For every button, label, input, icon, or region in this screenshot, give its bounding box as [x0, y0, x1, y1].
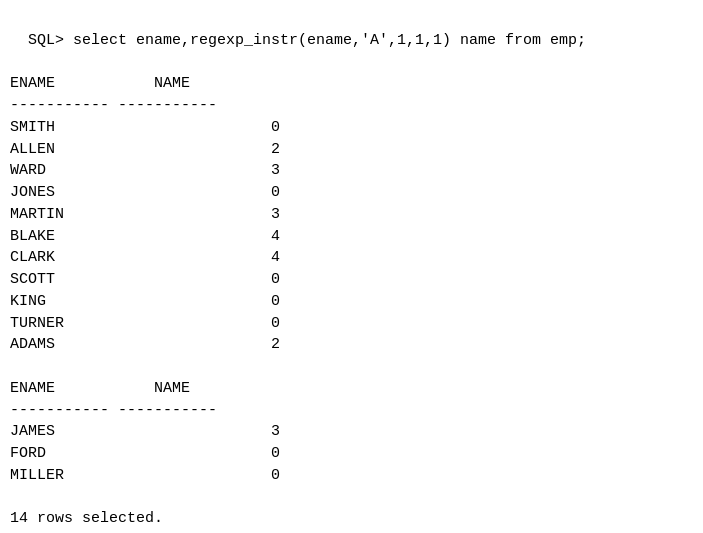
row-blake: BLAKE 4	[10, 228, 280, 245]
row-smith: SMITH 0	[10, 119, 280, 136]
row-king: KING 0	[10, 293, 280, 310]
footer: 14 rows selected.	[10, 510, 163, 527]
row-turner: TURNER 0	[10, 315, 280, 332]
row-jones: JONES 0	[10, 184, 280, 201]
column-headers-2: ENAME NAME	[10, 380, 190, 397]
separator-1: ----------- -----------	[10, 97, 217, 114]
row-miller: MILLER 0	[10, 467, 280, 484]
column-headers-1: ENAME NAME	[10, 75, 190, 92]
row-martin: MARTIN 3	[10, 206, 280, 223]
row-adams: ADAMS 2	[10, 336, 280, 353]
row-ford: FORD 0	[10, 445, 280, 462]
separator-2: ----------- -----------	[10, 402, 217, 419]
row-ward: WARD 3	[10, 162, 280, 179]
row-scott: SCOTT 0	[10, 271, 280, 288]
row-allen: ALLEN 2	[10, 141, 280, 158]
sql-prompt: SQL> select ename,regexp_instr(ename,'A'…	[28, 32, 586, 49]
terminal-output: SQL> select ename,regexp_instr(ename,'A'…	[10, 8, 693, 530]
row-clark: CLARK 4	[10, 249, 280, 266]
row-james: JAMES 3	[10, 423, 280, 440]
